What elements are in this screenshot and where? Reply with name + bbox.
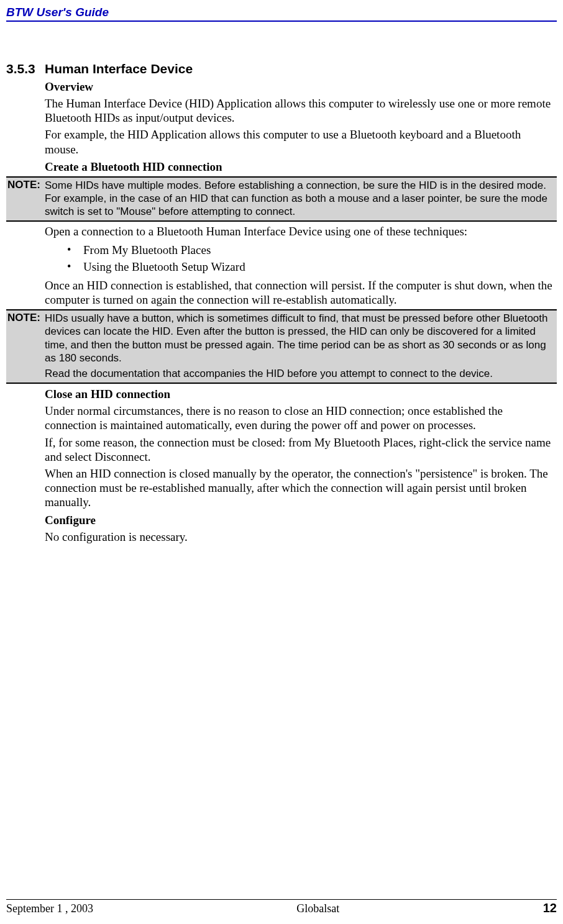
- content-area: 3.5.3 Human Interface Device Overview Th…: [0, 61, 563, 544]
- persist-text: Once an HID connection is established, t…: [45, 278, 557, 307]
- configure-p1: No configuration is necessary.: [45, 530, 557, 544]
- close-p3: When an HID connection is closed manuall…: [45, 466, 557, 510]
- page-header: BTW User's Guide: [0, 0, 563, 20]
- overview-p2: For example, the HID Application allows …: [45, 127, 557, 156]
- note-text: Some HIDs have multiple modes. Before es…: [45, 179, 553, 219]
- note-text: HIDs usually have a button, which is som…: [45, 312, 553, 365]
- close-p2: If, for some reason, the connection must…: [45, 435, 557, 464]
- overview-p1: The Human Interface Device (HID) Applica…: [45, 96, 557, 125]
- section-heading-row: 3.5.3 Human Interface Device: [6, 61, 557, 76]
- list-item: From My Bluetooth Places: [67, 242, 557, 259]
- footer-row: September 1 , 2003 Globalsat 12: [6, 901, 557, 915]
- note-label: NOTE:: [6, 312, 45, 365]
- note-box-2: NOTE: HIDs usually have a button, which …: [6, 309, 557, 384]
- footer-date: September 1 , 2003: [6, 902, 93, 915]
- technique-list: From My Bluetooth Places Using the Bluet…: [67, 242, 557, 276]
- create-heading: Create a Bluetooth HID connection: [45, 160, 557, 174]
- note-label: NOTE:: [6, 179, 45, 219]
- overview-heading: Overview: [45, 80, 557, 94]
- close-heading: Close an HID connection: [45, 387, 557, 401]
- close-p1: Under normal circumstances, there is no …: [45, 404, 557, 432]
- header-title: BTW User's Guide: [6, 6, 109, 19]
- footer-center: Globalsat: [296, 902, 339, 915]
- section-title: Human Interface Device: [45, 61, 193, 76]
- note-text-secondary: Read the documentation that accompanies …: [45, 367, 553, 380]
- note-row: NOTE: HIDs usually have a button, which …: [6, 312, 553, 365]
- note-box-1: NOTE: Some HIDs have multiple modes. Bef…: [6, 176, 557, 222]
- header-rule: [6, 20, 557, 22]
- indented-content: Overview The Human Interface Device (HID…: [45, 80, 557, 544]
- list-item: Using the Bluetooth Setup Wizard: [67, 258, 557, 276]
- footer-rule: [6, 899, 557, 900]
- section-number: 3.5.3: [6, 61, 45, 76]
- page-footer: September 1 , 2003 Globalsat 12: [6, 899, 557, 915]
- footer-page-number: 12: [543, 901, 557, 915]
- configure-heading: Configure: [45, 514, 557, 527]
- note-row: NOTE: Some HIDs have multiple modes. Bef…: [6, 179, 553, 219]
- open-connection-text: Open a connection to a Bluetooth Human I…: [45, 224, 557, 238]
